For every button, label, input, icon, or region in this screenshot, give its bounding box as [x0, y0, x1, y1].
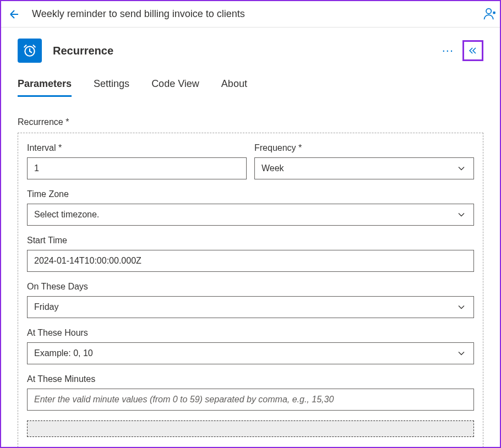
starttime-field: Start Time	[27, 236, 474, 272]
timezone-label: Time Zone	[27, 189, 474, 199]
atminutes-field: At These Minutes	[27, 374, 474, 411]
timezone-select[interactable]: Select timezone.	[27, 204, 474, 226]
header-actions: ···	[442, 40, 483, 61]
tab-settings[interactable]: Settings	[94, 78, 129, 97]
back-button[interactable]	[8, 8, 21, 21]
interval-label: Interval *	[27, 143, 247, 153]
tab-codeview[interactable]: Code View	[151, 78, 199, 97]
interval-input[interactable]	[27, 157, 247, 179]
chevron-down-icon	[456, 209, 467, 220]
tab-about[interactable]: About	[221, 78, 247, 97]
interval-field: Interval *	[27, 143, 247, 179]
chevron-down-icon	[456, 302, 467, 313]
chevron-down-icon	[456, 163, 467, 174]
action-header: Recurrence ···	[18, 39, 483, 63]
ondays-label: On These Days	[27, 282, 474, 292]
atminutes-input[interactable]	[27, 389, 474, 411]
tabs: Parameters Settings Code View About	[18, 78, 483, 97]
ondays-select[interactable]: Friday	[27, 296, 474, 318]
preview-box	[27, 420, 474, 437]
timezone-field: Time Zone Select timezone.	[27, 189, 474, 226]
clock-icon	[18, 39, 42, 63]
frequency-field: Frequency * Week	[254, 143, 474, 179]
timezone-placeholder: Select timezone.	[34, 210, 99, 220]
athours-label: At These Hours	[27, 328, 474, 338]
athours-placeholder: Example: 0, 10	[34, 348, 93, 358]
action-title: Recurrence	[53, 45, 113, 57]
collapse-panel-button[interactable]	[462, 40, 483, 61]
frequency-select[interactable]: Week	[254, 157, 474, 179]
svg-point-0	[486, 9, 491, 14]
ondays-field: On These Days Friday	[27, 282, 474, 318]
content-area: Recurrence ··· Parameters Settings Code …	[1, 28, 500, 447]
starttime-label: Start Time	[27, 236, 474, 245]
starttime-input[interactable]	[27, 250, 474, 272]
top-header: Weekly reminder to send billing invoice …	[1, 1, 500, 28]
more-options-button[interactable]: ···	[442, 45, 454, 57]
page-title: Weekly reminder to send billing invoice …	[32, 8, 245, 20]
chevron-down-icon	[456, 348, 467, 359]
person-icon[interactable]	[482, 7, 498, 22]
atminutes-label: At These Minutes	[27, 374, 474, 384]
frequency-value: Week	[262, 163, 284, 173]
tab-parameters[interactable]: Parameters	[18, 78, 72, 97]
frequency-label: Frequency *	[254, 143, 474, 153]
ondays-value: Friday	[34, 302, 58, 312]
section-label: Recurrence *	[18, 117, 483, 127]
recurrence-fieldset: Interval * Frequency * Week Time Zone Se…	[18, 133, 483, 447]
athours-select[interactable]: Example: 0, 10	[27, 342, 474, 364]
athours-field: At These Hours Example: 0, 10	[27, 328, 474, 364]
